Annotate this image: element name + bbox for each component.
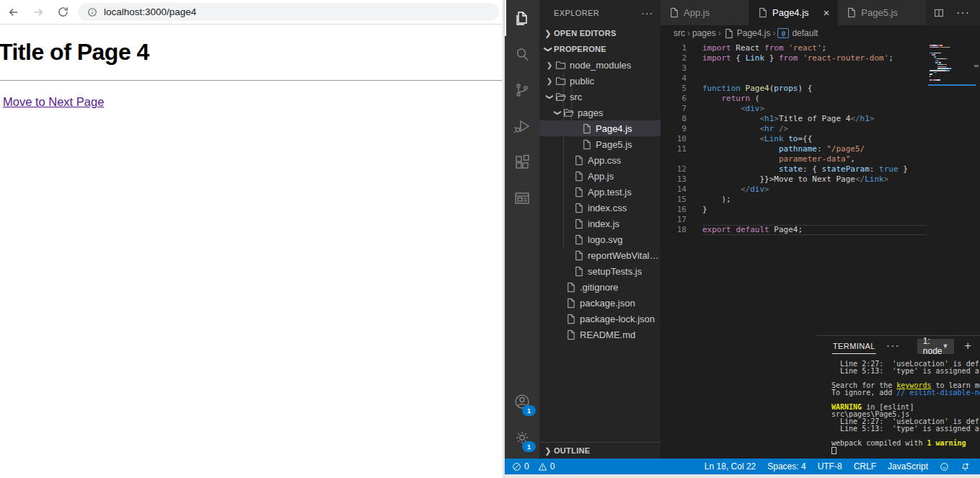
tree-item-index-js[interactable]: index.js <box>539 216 661 231</box>
tree-item-label: src <box>570 92 582 102</box>
split-editor-icon[interactable] <box>933 7 945 19</box>
tree-item-package-json[interactable]: package.json <box>539 295 661 311</box>
tab-terminal[interactable]: TERMINAL <box>832 338 876 354</box>
language-mode-status[interactable]: JavaScript <box>888 461 928 472</box>
line-number: 11 <box>661 144 687 154</box>
file-icon <box>573 187 584 198</box>
terminal-output[interactable]: Line 2:27: 'useLocation' is defined but … <box>816 356 980 459</box>
tab-page5-js[interactable]: Page5.js <box>838 0 927 25</box>
folder-icon <box>555 92 566 102</box>
tree-item-src[interactable]: ❯src <box>539 89 661 105</box>
file-icon <box>573 234 584 245</box>
breadcrumb-label: src <box>674 28 685 38</box>
tree-item-logo-svg[interactable]: logo.svg <box>539 231 661 247</box>
screen: localhost:3000/page4 Title of Page 4 Mov… <box>0 0 980 478</box>
line-number: 16 <box>661 205 687 215</box>
tree-item-public[interactable]: ❯public <box>539 73 661 89</box>
extensions-icon[interactable] <box>505 144 539 180</box>
encoding-status[interactable]: UTF-8 <box>818 461 842 472</box>
tree-item-page5-js[interactable]: Page5.js <box>539 136 661 152</box>
project-root-section[interactable]: ❯ PROPERONE <box>539 41 661 57</box>
new-terminal-icon[interactable]: + <box>964 340 971 352</box>
terminal-session-select[interactable]: 1: node ▼ <box>917 339 955 354</box>
errors-status[interactable]: 0 <box>512 461 529 472</box>
tree-item-readme-md[interactable]: README.md <box>539 327 661 342</box>
breadcrumb-page4-js[interactable]: Page4.js <box>723 28 771 39</box>
tab-page4-js[interactable]: Page4.js× <box>749 0 838 25</box>
tree-item-setuptests-js[interactable]: setupTests.js <box>539 263 661 279</box>
tab-label: Page4.js <box>772 7 809 18</box>
code-line: 13 }}>Move to Next Page</Link> <box>661 174 980 185</box>
site-info-icon[interactable] <box>87 7 97 17</box>
file-icon <box>573 155 584 166</box>
tree-item-app-css[interactable]: App.css <box>539 152 661 168</box>
tree-item-label: App.js <box>588 171 614 182</box>
file-icon <box>581 123 592 134</box>
minimap[interactable] <box>930 45 974 81</box>
code-editor[interactable]: 1import React from 'react';2import { Lin… <box>661 41 980 335</box>
terminal-line: Line 5:13: 'type' is assigned a value bu… <box>831 368 974 375</box>
open-editors-section[interactable]: ❯ OPEN EDITORS <box>539 25 661 41</box>
reload-icon[interactable] <box>53 3 72 22</box>
line-number: 6 <box>661 94 687 104</box>
line-number: 3 <box>661 63 687 74</box>
forward-icon <box>29 3 48 22</box>
indentation-status[interactable]: Spaces: 4 <box>767 461 805 472</box>
source-control-icon[interactable] <box>505 72 539 108</box>
search-icon[interactable] <box>505 36 539 72</box>
next-page-link[interactable]: Move to Next Page <box>3 95 104 109</box>
line-number: 8 <box>661 114 687 124</box>
tree-item-label: App.test.js <box>588 187 632 198</box>
terminal-panel: TERMINAL ··· 1: node ▼ + <box>816 335 980 459</box>
warnings-status[interactable]: 0 <box>538 461 555 472</box>
webview-preview-icon[interactable] <box>505 180 539 216</box>
tree-item-page4-js[interactable]: Page4.js <box>539 120 661 136</box>
accounts-icon[interactable]: 1 <box>505 384 539 420</box>
tree-item-label: Page4.js <box>596 123 632 134</box>
feedback-icon[interactable] <box>940 462 949 472</box>
tab-app-js[interactable]: App.js <box>661 0 749 25</box>
breadcrumb-src[interactable]: src <box>674 28 685 38</box>
tree-item--gitignore[interactable]: .gitignore <box>539 279 661 295</box>
code-line: 14 </div> <box>661 185 980 195</box>
file-icon <box>573 203 584 213</box>
back-icon[interactable] <box>4 3 23 22</box>
breadcrumb-pages[interactable]: pages <box>692 28 716 38</box>
line-number: 2 <box>661 53 687 63</box>
tree-item-reportwebvitals-js[interactable]: reportWebVitals.js <box>539 247 661 263</box>
tree-item-label: reportWebVitals.js <box>588 250 661 261</box>
tree-item-label: index.css <box>588 203 627 213</box>
editor-more-icon[interactable]: ··· <box>956 6 970 19</box>
notifications-bell-icon[interactable] <box>961 462 970 472</box>
code-line: 15 ); <box>661 195 980 205</box>
line-number: 14 <box>661 185 687 195</box>
terminal-line <box>831 447 974 454</box>
tree-item-app-test-js[interactable]: App.test.js <box>539 184 661 200</box>
folder-icon <box>555 76 566 87</box>
breadcrumb-default[interactable]: @default <box>777 28 818 38</box>
tree-item-app-js[interactable]: App.js <box>539 168 661 184</box>
address-bar[interactable]: localhost:3000/page4 <box>78 3 499 21</box>
tree-item-package-lock-json[interactable]: package-lock.json <box>539 311 661 327</box>
tree-item-node-modules[interactable]: ❯node_modules <box>539 57 661 73</box>
cursor-position-status[interactable]: Ln 18, Col 22 <box>705 461 756 472</box>
panel-more-icon[interactable]: ··· <box>886 340 900 353</box>
explorer-more-icon[interactable]: ··· <box>641 7 653 19</box>
outline-section[interactable]: ❯ OUTLINE <box>539 442 661 459</box>
chevron-right-icon: ❯ <box>544 77 555 85</box>
minimap-caret-line <box>928 84 976 86</box>
tree-item-label: .gitignore <box>580 282 618 293</box>
run-debug-icon[interactable] <box>505 108 539 144</box>
line-number: 12 <box>661 164 687 174</box>
close-tab-icon[interactable]: × <box>824 6 830 19</box>
panel-header: TERMINAL ··· 1: node ▼ + <box>816 336 980 356</box>
chevron-right-icon: ❯ <box>542 29 554 38</box>
settings-icon[interactable]: 1 <box>505 420 539 456</box>
tree-item-index-css[interactable]: index.css <box>539 200 661 216</box>
tree-item-pages[interactable]: ❯pages <box>539 105 661 120</box>
eol-status[interactable]: CRLF <box>854 461 876 472</box>
explorer-icon[interactable] <box>505 0 539 36</box>
code-line: 18export default Page4; <box>661 225 980 235</box>
editor-group: App.jsPage4.js×Page5.js ··· src›pages›Pa… <box>661 0 980 459</box>
chevron-down-icon: ❯ <box>546 92 554 102</box>
